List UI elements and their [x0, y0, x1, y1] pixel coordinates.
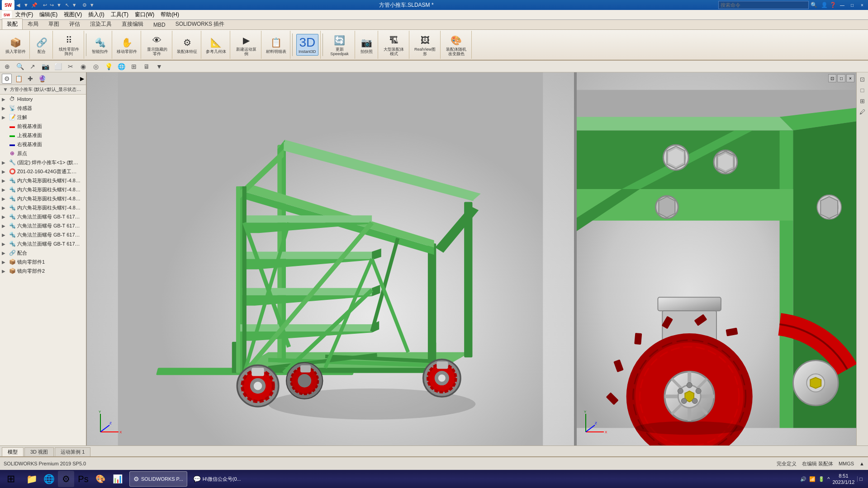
vc-normalize[interactable]: ⊡	[828, 74, 836, 82]
help-icon[interactable]: ❓	[830, 2, 836, 8]
tab-motion1[interactable]: 运动算例 1	[55, 447, 90, 456]
btn-show-hidden[interactable]: 👁 显示隐藏的零件	[144, 32, 170, 57]
tree-item-mirror2[interactable]: ▶ 📦 镜向零部件2	[0, 266, 86, 275]
vs-grid[interactable]: ⊞	[128, 62, 139, 71]
tab-3d-view[interactable]: 3D 视图	[24, 447, 54, 456]
expand-annotations[interactable]: ▶	[2, 115, 8, 120]
taskbar-wechat-window[interactable]: 💬 H\微信公众号(0...	[189, 471, 245, 487]
menu-view[interactable]: 视图(V)	[61, 10, 85, 19]
tree-item-bolt2[interactable]: ▶ 🔩 内六角花形圆柱头螺钉-4.8级 GB 61	[0, 185, 86, 194]
tree-item-mates[interactable]: ▶ 🔗 配合	[0, 248, 86, 257]
tab-render[interactable]: 渲染工具	[85, 19, 117, 29]
vc-maximize[interactable]: □	[837, 74, 845, 82]
vs-cut[interactable]: ✂	[65, 62, 76, 71]
vs-section[interactable]: ⬜	[52, 62, 63, 71]
expand-mates[interactable]: ▶	[2, 251, 8, 256]
viewport-right[interactable]: X Y Z ⊡ □ ×	[576, 72, 856, 445]
options-icon[interactable]: ▼	[57, 2, 62, 8]
tray-icon2[interactable]: 📶	[809, 476, 816, 482]
taskbar-app-solidworks[interactable]: ⚙	[58, 471, 74, 487]
menu-help[interactable]: 帮助(H)	[158, 10, 182, 19]
tree-item-sensors[interactable]: ▶ 📡 传感器	[0, 104, 86, 113]
dropdown-arrow[interactable]: ▼	[72, 2, 77, 8]
btn-mate[interactable]: 🔗 配合	[33, 34, 51, 55]
expand-wheel[interactable]: ▶	[2, 169, 8, 174]
select-icon[interactable]: ↖	[65, 2, 69, 8]
tree-item-origin[interactable]: ⊕ 原点	[0, 149, 86, 158]
expand-bolt3[interactable]: ▶	[2, 196, 8, 201]
rt-btn4[interactable]: 🖊	[858, 107, 868, 117]
gear-dropdown[interactable]: ▼	[90, 2, 95, 8]
status-up-arrow[interactable]: ▲	[859, 461, 864, 466]
menu-edit[interactable]: 编辑(E)	[37, 10, 60, 19]
btn-bom[interactable]: 📋 材料明细表	[264, 34, 288, 55]
expand-nut2[interactable]: ▶	[2, 223, 8, 228]
rt-btn3[interactable]: ⊞	[858, 96, 868, 106]
tree-item-bolt4[interactable]: ▶ 🔩 内六角花形圆柱头螺钉-4.8级 GB 61	[0, 203, 86, 212]
vc-close[interactable]: ×	[846, 74, 854, 82]
tree-item-bolt1[interactable]: ▶ 🔩 内六角花形圆柱头螺钉-4.8级 GB 61	[0, 176, 86, 185]
expand-nut3[interactable]: ▶	[2, 232, 8, 237]
taskbar-app-misc1[interactable]: 🎨	[92, 471, 109, 487]
tab-model[interactable]: 模型	[2, 447, 24, 456]
btn-random-color[interactable]: 🎨 装配体随机改变颜色	[443, 32, 470, 57]
expand-nut1[interactable]: ▶	[2, 214, 8, 219]
panel-tab-config[interactable]: ✚	[25, 74, 35, 84]
rt-btn1[interactable]: ⊡	[858, 74, 868, 84]
taskbar-app-ps[interactable]: Ps	[75, 471, 91, 487]
vs-zoom-fit[interactable]: ↗	[27, 62, 38, 71]
tree-item-cart-weldment[interactable]: ▶ 🔧 (固定) 焊件小推车<1> (默认<默认校加	[0, 158, 86, 167]
btn-move-component[interactable]: ✋ 移动零部件	[115, 34, 139, 55]
maximize-button[interactable]: □	[848, 1, 856, 9]
tab-assembly[interactable]: 装配	[2, 19, 23, 29]
tree-item-wheel[interactable]: ▶ ⭕ Z01-02-160-424G普通工业轮[Z01-	[0, 167, 86, 176]
expand-cart[interactable]: ▶	[2, 160, 8, 165]
user-icon[interactable]: 👤	[821, 2, 828, 8]
panel-expand-arrow[interactable]: ▶	[80, 76, 84, 82]
tree-item-nut4[interactable]: ▶ 🔩 六角法兰面螺母 GB-T 6177.1-2000	[0, 239, 86, 248]
expand-bolt4[interactable]: ▶	[2, 205, 8, 210]
rt-btn2[interactable]: □	[858, 85, 868, 95]
tree-item-annotations[interactable]: ▶ 📝 注解	[0, 113, 86, 122]
panel-tab-properties[interactable]: 📋	[14, 74, 24, 84]
menu-insert[interactable]: 插入(I)	[85, 10, 107, 19]
btn-linear-pattern[interactable]: ⠿ 线性零部件阵列	[56, 32, 82, 57]
vs-scene[interactable]: 🌐	[116, 62, 127, 71]
close-button[interactable]: ×	[858, 1, 866, 9]
expand-mirror1[interactable]: ▶	[2, 260, 8, 265]
tray-expand[interactable]: ^	[827, 476, 830, 482]
undo-icon[interactable]: ↩	[43, 2, 47, 8]
tree-item-nut1[interactable]: ▶ 🔩 六角法兰面螺母 GB-T 6177.1-2000	[0, 212, 86, 221]
vs-camera[interactable]: 📷	[40, 62, 51, 71]
tab-layout[interactable]: 布局	[23, 19, 43, 29]
vs-zoom[interactable]: 🔍	[14, 62, 25, 71]
btn-large-assembly[interactable]: 🏗 大型装配体模式	[381, 32, 407, 57]
tab-mbd[interactable]: MBD	[148, 20, 171, 29]
expand-sensors[interactable]: ▶	[2, 106, 8, 111]
btn-new-motion[interactable]: ▶ 新建运动算例	[233, 32, 259, 57]
tree-item-nut2[interactable]: ▶ 🔩 六角法兰面螺母 GB-T 6177.1-2000.	[0, 221, 86, 230]
tree-item-nut3[interactable]: ▶ 🔩 六角法兰面螺母 GB-T 6177.1-2000.	[0, 230, 86, 239]
taskbar-app-misc2[interactable]: 📊	[109, 471, 126, 487]
panel-tab-display[interactable]: 🔮	[37, 74, 47, 84]
redo-icon[interactable]: ↪	[50, 2, 54, 8]
tray-icon3[interactable]: 🔋	[818, 476, 825, 482]
tab-sketch[interactable]: 草图	[43, 19, 64, 29]
taskbar-app-explorer[interactable]: 📁	[24, 471, 40, 487]
expand-bolt2[interactable]: ▶	[2, 187, 8, 192]
tree-item-history[interactable]: ▶ ⏱ History	[0, 95, 86, 104]
panel-tab-feature-tree[interactable]: ⚙	[2, 74, 12, 84]
minimize-button[interactable]: —	[838, 1, 846, 9]
start-button[interactable]: ⊞	[2, 471, 20, 487]
tray-icon1[interactable]: 🔊	[800, 476, 806, 482]
btn-snapshot[interactable]: 📷 拍快照	[358, 34, 376, 55]
menu-tools[interactable]: 工具(T)	[108, 10, 131, 19]
expand-history[interactable]: ▶	[2, 97, 8, 102]
btn-instant3d[interactable]: 3D Instant3D	[296, 34, 318, 56]
btn-ref-geometry[interactable]: 📐 参考几何体	[204, 34, 228, 55]
tree-item-right-plane[interactable]: ▬ 右视基准面	[0, 140, 86, 149]
tab-direct-edit[interactable]: 直接编辑	[117, 19, 148, 29]
taskbar-sw-window[interactable]: ⚙ SOLIDWORKS P...	[129, 471, 187, 487]
vs-arrow[interactable]: ▼	[154, 62, 165, 71]
expand-bolt1[interactable]: ▶	[2, 178, 8, 183]
